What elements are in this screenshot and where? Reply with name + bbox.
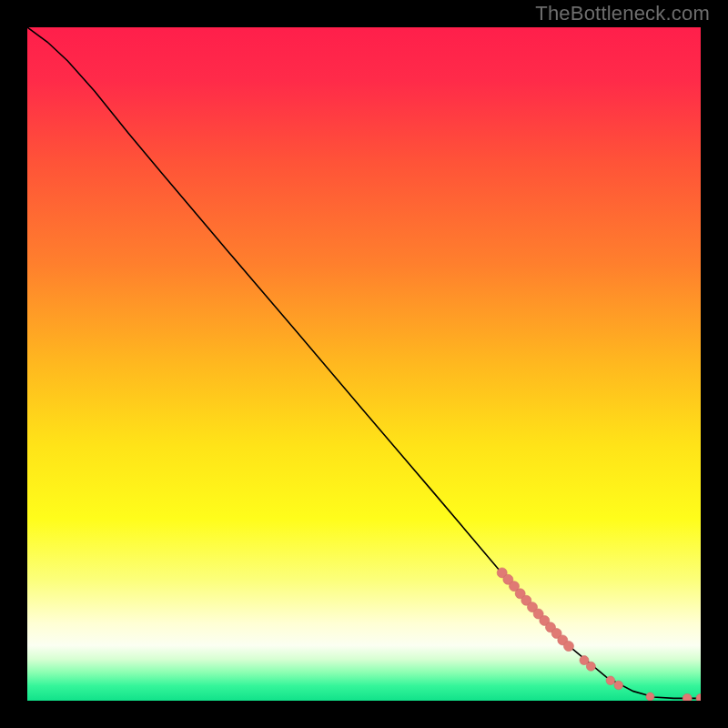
plot-area <box>27 27 701 701</box>
data-marker <box>563 642 573 652</box>
data-marker <box>614 681 623 690</box>
chart-stage: TheBottleneck.com <box>0 0 728 728</box>
data-marker <box>606 676 615 685</box>
data-marker <box>646 693 654 701</box>
watermark-text: TheBottleneck.com <box>535 2 710 25</box>
data-marker <box>682 693 692 701</box>
chart-svg <box>27 27 701 701</box>
gradient-background <box>27 27 701 701</box>
data-marker <box>586 662 595 671</box>
